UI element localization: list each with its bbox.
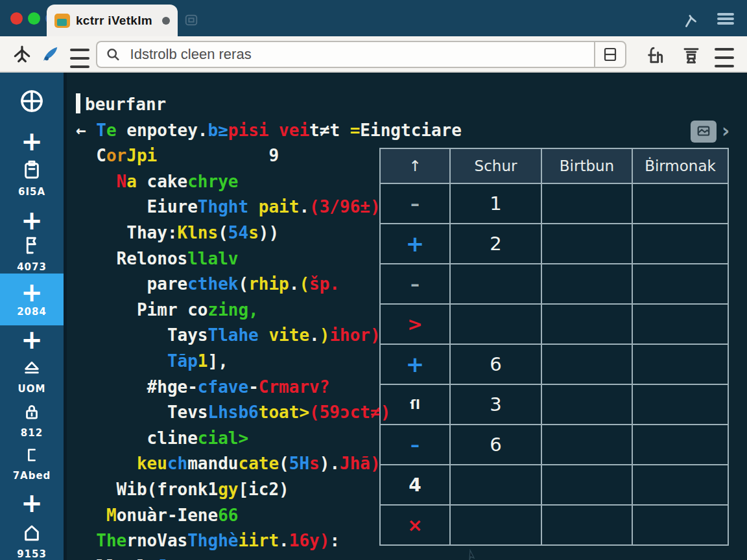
- table-cell[interactable]: [541, 465, 632, 505]
- code-token: Thght: [198, 197, 248, 216]
- code-token: pare: [76, 274, 187, 294]
- close-window-button[interactable]: [10, 12, 23, 25]
- table-cell[interactable]: [632, 505, 728, 545]
- table-cell[interactable]: [632, 224, 728, 264]
- sidebar-item-4073[interactable]: 4073: [0, 233, 64, 274]
- tab-bar: kctrr iVetkIm: [0, 0, 747, 36]
- sidebar-item-2084[interactable]: +2084: [0, 274, 64, 325]
- code-token: 54: [228, 223, 248, 242]
- table-cell[interactable]: [632, 183, 728, 224]
- code-token: Thay:: [76, 223, 178, 242]
- code-token: .: [309, 325, 320, 345]
- search-field[interactable]: [96, 41, 594, 68]
- column-header[interactable]: Ḃirmonak: [632, 148, 728, 183]
- plus-icon: +: [21, 209, 43, 231]
- table-cell[interactable]: [541, 425, 632, 465]
- code-token: t≠t: [309, 121, 340, 140]
- code-area[interactable]: beurfanr← Te enpotey.b≥pisi veit≠t =Eing…: [76, 92, 462, 560]
- code-token: cate: [238, 454, 279, 473]
- code-line: Monuàr-Iene66: [76, 503, 462, 529]
- code-token: Tlahe: [208, 325, 259, 345]
- table-cell[interactable]: [541, 505, 632, 545]
- code-token: [ic2): [238, 480, 289, 499]
- address-bar: [96, 41, 626, 68]
- code-token: Crmarv?: [259, 377, 330, 397]
- search-input[interactable]: [129, 45, 586, 64]
- code-token: zing,: [208, 300, 259, 320]
- sidebar-item-812[interactable]: 812: [0, 399, 64, 441]
- sidebar-item[interactable]: +: [0, 325, 64, 354]
- code-token: Tays: [76, 325, 208, 345]
- chevron-right-icon[interactable]: ›: [722, 119, 729, 142]
- sidebar-item-label: UOM: [18, 383, 46, 395]
- code-line: CorJpi 9: [76, 143, 462, 169]
- send-plane-icon[interactable]: [12, 44, 31, 64]
- table-cell[interactable]: 2: [450, 224, 541, 264]
- table-cell[interactable]: [632, 304, 728, 344]
- brush-icon[interactable]: [40, 45, 60, 64]
- table-cell[interactable]: 1: [450, 183, 541, 224]
- browser-tab[interactable]: kctrr iVetkIm: [47, 5, 178, 36]
- eject-icon: [20, 358, 43, 380]
- new-tab-ghost-icon[interactable]: [184, 13, 198, 27]
- toolbar-hamburger-icon[interactable]: [70, 49, 89, 68]
- table-cell[interactable]: [450, 304, 541, 344]
- sidebar-item[interactable]: +: [0, 127, 64, 156]
- bracket-icon: [23, 445, 41, 467]
- code-token: )): [259, 223, 279, 242]
- code-token: a: [126, 172, 137, 191]
- code-token: (: [299, 274, 309, 294]
- tabbar-menu-icon[interactable]: [717, 13, 734, 25]
- sidebar-item-9153[interactable]: 9153: [0, 520, 64, 560]
- table-cell[interactable]: 3: [450, 384, 541, 425]
- app-menu-icon[interactable]: [715, 48, 734, 67]
- sidebar-item-label: 6I5A: [18, 186, 45, 198]
- table-cell[interactable]: [541, 344, 632, 384]
- code-token: onuàr-Iene: [117, 506, 219, 525]
- table-cell[interactable]: 6: [450, 425, 541, 465]
- table-cell[interactable]: [632, 264, 728, 304]
- table-cell[interactable]: [450, 465, 541, 505]
- table-cell[interactable]: 6: [450, 344, 541, 384]
- table-cell[interactable]: [541, 264, 632, 304]
- code-line: TevsLhsb6toat>(59ɔct≠): [76, 400, 462, 426]
- code-token: Jam: [157, 557, 187, 560]
- sidebar-item-UOM[interactable]: UOM: [0, 355, 64, 398]
- minimize-window-button[interactable]: [28, 12, 40, 25]
- account-icon[interactable]: [681, 45, 700, 64]
- table-cell[interactable]: [541, 304, 632, 344]
- code-token: vite: [259, 325, 309, 345]
- code-token: gy: [218, 480, 238, 499]
- table-cell[interactable]: [450, 264, 541, 304]
- table-cell[interactable]: [632, 465, 728, 505]
- code-line: Na cakechrye: [76, 169, 462, 195]
- table-cell[interactable]: [632, 384, 728, 425]
- table-cell[interactable]: [632, 425, 728, 465]
- sidebar-item[interactable]: +: [0, 489, 64, 517]
- code-line: llttl Jam: [76, 554, 462, 560]
- code-token: [340, 121, 350, 140]
- plus-icon: +: [21, 329, 43, 351]
- column-header[interactable]: Schur: [450, 148, 541, 183]
- table-cell[interactable]: [632, 344, 728, 384]
- table-cell[interactable]: [541, 183, 632, 224]
- editor-content[interactable]: beurfanr← Te enpotey.b≥pisi veit≠t =Eing…: [67, 73, 747, 560]
- code-token: chrye: [187, 172, 238, 191]
- image-preview-button[interactable]: [691, 121, 717, 143]
- tools-icon[interactable]: [682, 13, 699, 29]
- code-token: :: [329, 531, 340, 550]
- sidebar-item[interactable]: [0, 84, 64, 121]
- table-cell[interactable]: [450, 505, 541, 545]
- code-token: Tevs: [76, 402, 208, 422]
- table-cell[interactable]: [541, 224, 632, 264]
- reader-mode-button[interactable]: [594, 41, 626, 68]
- code-token: vei: [268, 121, 309, 140]
- table-cell[interactable]: [541, 384, 632, 425]
- sidebar-item-6I5A[interactable]: 6I5A: [0, 157, 64, 200]
- code-token: 1: [198, 351, 208, 371]
- column-header[interactable]: Birtbun: [541, 148, 632, 183]
- sidebar-item[interactable]: +: [0, 206, 64, 235]
- extensions-icon[interactable]: [646, 45, 665, 64]
- code-token: Relonos: [76, 249, 187, 268]
- sidebar-item-7Abed[interactable]: 7Abed: [0, 442, 64, 485]
